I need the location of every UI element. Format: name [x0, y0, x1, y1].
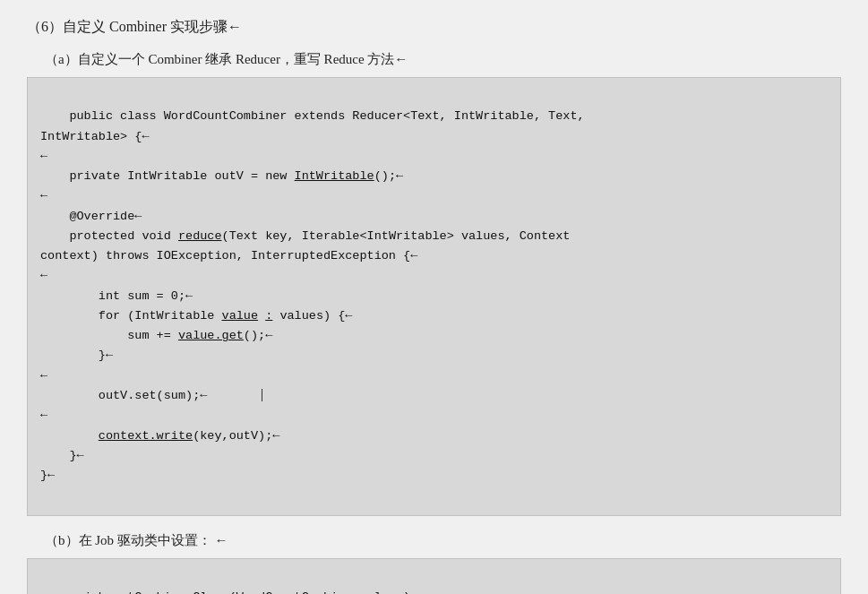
part-b: （b）在 Job 驱动类中设置： ← job.setCombinerClass(… [27, 532, 841, 594]
part-a-label: （a）自定义一个 Combiner 继承 Reducer，重写 Reduce 方… [45, 51, 841, 68]
code-block-a: public class WordCountCombiner extends R… [27, 77, 841, 516]
code-block-b: job.setCombinerClass(WordCountCombiner.c… [27, 558, 841, 594]
text-cursor [262, 389, 262, 401]
part-b-label: （b）在 Job 驱动类中设置： ← [45, 532, 841, 549]
code-b-text: job.setCombinerClass(WordCountCombiner.c… [84, 590, 425, 594]
main-container: （6）自定义 Combiner 实现步骤← （a）自定义一个 Combiner … [27, 18, 841, 594]
section-title: （6）自定义 Combiner 实现步骤← [27, 18, 841, 37]
code-line-1: public class WordCountCombiner extends R… [40, 109, 585, 482]
